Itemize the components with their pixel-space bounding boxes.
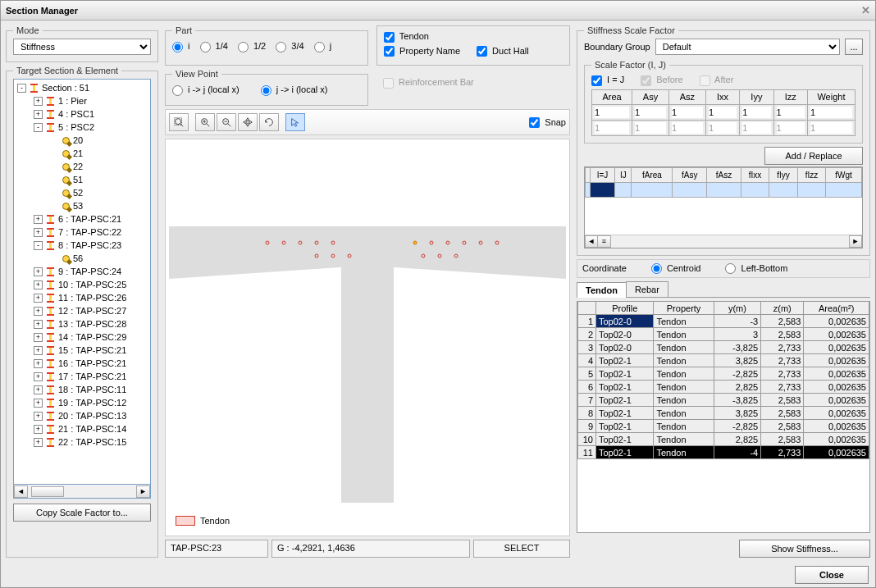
tendon-point[interactable] [446, 241, 450, 245]
tree-item[interactable]: +21 : TAP-PSC:14 [14, 422, 150, 435]
sf-table-cell[interactable] [797, 182, 825, 197]
table-scroll-home-icon[interactable]: ≡ [598, 235, 611, 248]
viewpoint-radio-0[interactable]: i -> j (local x) [172, 84, 240, 96]
tendon-point[interactable] [266, 241, 270, 245]
tree-item[interactable]: 22 [14, 160, 150, 173]
tendon-point[interactable] [413, 241, 417, 245]
sf-table-cell[interactable] [826, 182, 862, 197]
sf-input[interactable] [742, 107, 770, 118]
tendon-point[interactable] [348, 254, 352, 258]
tree-root[interactable]: -Section : 51 [14, 81, 150, 94]
snap-check[interactable]: Snap [529, 117, 566, 128]
tree-item[interactable]: +16 : TAP-PSC:21 [14, 357, 150, 370]
zoom-fit-button[interactable] [169, 113, 189, 131]
tendon-col-header[interactable] [578, 302, 596, 315]
table-row[interactable]: 10Top02-1Tendon2,8252,5830,002635 [578, 433, 869, 446]
part-radio-i[interactable]: i [172, 41, 190, 52]
scroll-left-icon[interactable]: ◄ [14, 485, 28, 498]
pan-button[interactable] [238, 113, 258, 131]
scroll-right-icon[interactable]: ► [136, 485, 150, 498]
viewpoint-radio-1[interactable]: j -> i (local x) [261, 84, 328, 96]
tree-item[interactable]: +9 : TAP-PSC:24 [14, 265, 150, 278]
tree-item[interactable]: -5 : PSC2 [14, 121, 150, 134]
tab-rebar[interactable]: Rebar [626, 281, 668, 297]
property-name-check[interactable]: Property Name [384, 46, 460, 57]
zoom-out-button[interactable] [217, 113, 236, 131]
sf-table-cell[interactable] [673, 182, 707, 197]
table-scroll-left-icon[interactable]: ◄ [585, 235, 598, 248]
table-row[interactable]: 1Top02-0Tendon-32,5830,002635 [578, 315, 869, 328]
tendon-point[interactable] [463, 241, 467, 245]
tree-item[interactable]: +15 : TAP-PSC:21 [14, 344, 150, 357]
sf-table-cell[interactable] [632, 182, 673, 197]
tendon-col-header[interactable]: Profile [596, 302, 654, 315]
tree-item[interactable]: +7 : TAP-PSC:22 [14, 226, 150, 239]
tendon-point[interactable] [422, 254, 426, 258]
tendon-col-header[interactable]: z(m) [761, 302, 804, 315]
tendon-check[interactable]: Tendon [384, 31, 429, 43]
table-row[interactable]: 5Top02-1Tendon-2,8252,7330,002635 [578, 367, 869, 381]
sf-table-cell[interactable] [707, 182, 741, 197]
tree-item[interactable]: -8 : TAP-PSC:23 [14, 239, 150, 252]
tree-item[interactable]: 51 [14, 173, 150, 186]
tree-item[interactable]: +6 : TAP-PSC:21 [14, 212, 150, 226]
boundary-group-more-button[interactable]: ... [845, 39, 863, 55]
left-bottom-radio[interactable]: Left-Bottom [725, 263, 787, 275]
tree-item[interactable]: +17 : TAP-PSC:21 [14, 370, 150, 383]
centroid-radio[interactable]: Centroid [651, 263, 701, 275]
tree-item[interactable]: +19 : TAP-PSC:12 [14, 396, 150, 409]
sf-input[interactable] [810, 107, 852, 118]
section-tree[interactable]: -Section : 51+1 : Pier+4 : PSC1-5 : PSC2… [13, 79, 151, 485]
section-viewer[interactable]: Tendon [165, 139, 570, 536]
table-row[interactable]: 11Top02-1Tendon-42,7330,002635 [578, 446, 869, 459]
table-row[interactable]: 6Top02-1Tendon2,8252,7330,002635 [578, 381, 869, 394]
tendon-point[interactable] [315, 254, 319, 258]
table-row[interactable]: 4Top02-1Tendon3,8252,7330,002635 [578, 354, 869, 367]
tree-item[interactable]: +20 : TAP-PSC:13 [14, 409, 150, 422]
tab-tendon[interactable]: Tendon [577, 282, 627, 298]
tendon-point[interactable] [430, 241, 434, 245]
tendon-point[interactable] [299, 241, 303, 245]
show-stiffness-button[interactable]: Show Stiffness... [739, 540, 870, 558]
table-row[interactable]: 7Top02-1Tendon-3,8252,5830,002635 [578, 394, 869, 407]
tree-item[interactable]: +1 : Pier [14, 94, 150, 107]
tendon-point[interactable] [282, 241, 286, 245]
sf-input[interactable] [672, 107, 703, 118]
tendon-point[interactable] [454, 254, 459, 258]
table-scroll-right-icon[interactable]: ► [849, 235, 862, 248]
table-row[interactable]: 2Top02-0Tendon32,5830,002635 [578, 328, 869, 341]
part-radio-j[interactable]: j [314, 41, 332, 52]
sf-table-cell[interactable] [590, 182, 615, 197]
sf-input[interactable] [777, 107, 805, 118]
part-radio-14[interactable]: 1/4 [200, 41, 228, 52]
tendon-col-header[interactable]: y(m) [714, 302, 761, 315]
tree-item[interactable]: +10 : TAP-PSC:25 [14, 278, 150, 291]
zoom-in-button[interactable] [195, 113, 215, 131]
sf-input[interactable] [635, 107, 666, 118]
copy-scale-factor-button[interactable]: Copy Scale Factor to... [13, 504, 151, 522]
tree-item[interactable]: +14 : TAP-PSC:29 [14, 330, 150, 344]
tree-item[interactable]: +22 : TAP-PSC:15 [14, 435, 150, 449]
tendon-point[interactable] [315, 241, 319, 245]
sf-table-cell[interactable] [741, 182, 769, 197]
tree-item[interactable]: 21 [14, 147, 150, 160]
sf-table-cell[interactable] [615, 182, 632, 197]
tendon-col-header[interactable]: Area(m²) [804, 302, 869, 315]
tree-item[interactable]: +18 : TAP-PSC:11 [14, 383, 150, 396]
table-row[interactable]: 3Top02-0Tendon-3,8252,7330,002635 [578, 341, 869, 354]
sf-input[interactable] [595, 107, 629, 118]
scale-factor-table[interactable]: I=JIJfAreafAsyfAszfIxxfIyyfIzzfWgt ◄ ≡ ► [584, 166, 863, 248]
tree-item[interactable]: +4 : PSC1 [14, 107, 150, 121]
tendon-col-header[interactable]: Property [654, 302, 714, 315]
tree-item[interactable]: +11 : TAP-PSC:26 [14, 291, 150, 304]
tree-item[interactable]: 52 [14, 186, 150, 199]
add-replace-button[interactable]: Add / Replace [764, 147, 863, 165]
part-radio-34[interactable]: 3/4 [276, 41, 303, 52]
tree-hscroll[interactable]: ◄ ► [13, 485, 151, 499]
rotate-button[interactable] [259, 113, 279, 131]
tendon-point[interactable] [479, 241, 483, 245]
tendon-point[interactable] [495, 241, 500, 245]
boundary-group-select[interactable]: Default [655, 39, 840, 55]
table-row[interactable]: 9Top02-1Tendon-2,8252,5830,002635 [578, 420, 869, 433]
tendon-table[interactable]: ProfilePropertyy(m)z(m)Area(m²)1Top02-0T… [577, 301, 870, 533]
